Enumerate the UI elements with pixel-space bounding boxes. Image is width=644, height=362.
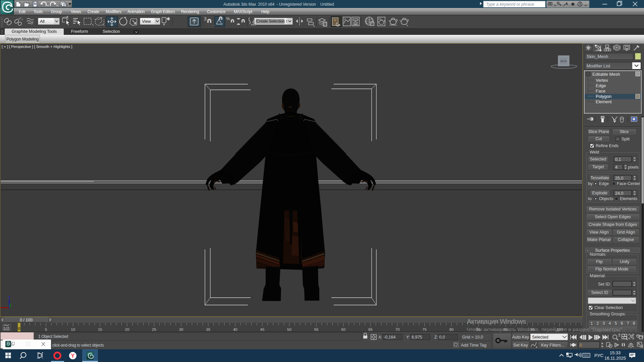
- svg-text:3: 3: [204, 16, 207, 21]
- svg-text:Set ID:: Set ID:: [598, 282, 611, 287]
- svg-text:6,975: 6,975: [412, 335, 422, 340]
- svg-text:65: 65: [368, 327, 373, 331]
- svg-text:by:: by:: [588, 181, 594, 186]
- svg-text:Refine Ends: Refine Ends: [596, 143, 619, 148]
- svg-text:24,0: 24,0: [615, 191, 623, 196]
- svg-text:25: 25: [152, 327, 156, 331]
- svg-text:10: 10: [71, 327, 75, 331]
- svg-text:45: 45: [260, 327, 265, 331]
- svg-text:Edge: Edge: [599, 181, 609, 186]
- svg-text:Type a keyword or phrase: Type a keyword or phrase: [486, 2, 534, 7]
- svg-text:Target: Target: [592, 165, 604, 169]
- svg-text:-: -: [587, 248, 588, 253]
- svg-text:15: 15: [98, 327, 102, 331]
- svg-text:60: 60: [341, 327, 345, 331]
- svg-text:Make Planar: Make Planar: [587, 237, 611, 242]
- svg-text:Split: Split: [622, 137, 630, 141]
- svg-text:Vertex: Vertex: [596, 78, 608, 83]
- svg-text:to:: to:: [588, 196, 593, 201]
- svg-text:40: 40: [233, 327, 237, 331]
- svg-text:80: 80: [449, 327, 454, 331]
- svg-text:0: 0: [580, 343, 582, 348]
- svg-text:Face: Face: [596, 88, 605, 94]
- svg-text:Y:: Y:: [406, 335, 410, 340]
- svg-text:75: 75: [422, 327, 427, 331]
- svg-text:Y: Y: [71, 353, 75, 359]
- svg-text:4: 4: [615, 165, 618, 170]
- svg-text:Clear Selection: Clear Selection: [594, 305, 623, 310]
- svg-text:Flip Normal Mode: Flip Normal Mode: [595, 267, 629, 272]
- svg-text:-0,164: -0,164: [384, 335, 395, 340]
- svg-text:z: z: [8, 295, 10, 299]
- svg-text:Element: Element: [596, 99, 612, 104]
- svg-text:Selected: Selected: [590, 157, 606, 162]
- svg-text:pixels: pixels: [628, 165, 639, 170]
- svg-text:Material:: Material:: [590, 274, 606, 278]
- svg-text:?: ?: [579, 2, 581, 6]
- svg-text:Select Open Edges: Select Open Edges: [595, 215, 631, 219]
- svg-text:25,0: 25,0: [615, 176, 623, 181]
- svg-text:Key Filters...: Key Filters...: [541, 343, 564, 348]
- svg-text:Select ID: Select ID: [591, 290, 608, 295]
- svg-text:Skin_Mesh: Skin_Mesh: [587, 54, 608, 59]
- svg-text:50: 50: [287, 327, 291, 331]
- svg-text:Objects: Objects: [599, 196, 613, 201]
- svg-text:55: 55: [314, 327, 319, 331]
- svg-text:5: 5: [45, 327, 47, 331]
- svg-text:30: 30: [179, 327, 183, 331]
- svg-text:Tessellate: Tessellate: [590, 176, 609, 180]
- svg-text:Smoothing Groups:: Smoothing Groups:: [590, 312, 626, 316]
- svg-text:Explode: Explode: [592, 191, 607, 195]
- svg-text:Set Key: Set Key: [513, 343, 528, 348]
- svg-text:35: 35: [206, 327, 210, 331]
- svg-text:Editable Mesh: Editable Mesh: [592, 72, 620, 77]
- svg-text:Slice Plane: Slice Plane: [588, 129, 609, 134]
- svg-text:1 Object Selected: 1 Object Selected: [38, 334, 68, 339]
- svg-text:Normals:: Normals:: [590, 252, 606, 257]
- svg-text:Create Selection Se: Create Selection Se: [256, 19, 290, 23]
- svg-text:Grid = 10,0: Grid = 10,0: [462, 335, 483, 340]
- svg-text:15:33: 15:33: [610, 350, 621, 355]
- svg-text:Unify: Unify: [620, 259, 630, 264]
- svg-text:Remove Isolated Vertices: Remove Isolated Vertices: [589, 207, 637, 212]
- svg-text:Grid Align: Grid Align: [617, 230, 635, 235]
- svg-text:Modifier List: Modifier List: [587, 63, 610, 68]
- svg-text:Elements: Elements: [620, 196, 637, 201]
- svg-text:Selected: Selected: [532, 335, 548, 340]
- svg-text:Add Time Tag: Add Time Tag: [461, 343, 486, 348]
- svg-text:Weld: Weld: [590, 150, 599, 155]
- svg-text:0: 0: [18, 326, 20, 330]
- svg-text:0,0: 0,0: [439, 335, 445, 340]
- svg-text:y: y: [9, 304, 11, 308]
- svg-text:Collapse: Collapse: [618, 237, 634, 242]
- svg-text:Flip: Flip: [596, 259, 603, 264]
- svg-text:click-and-drag to select objec: click-and-drag to select objects: [52, 343, 104, 348]
- svg-text:BACK: BACK: [560, 60, 567, 62]
- svg-text:All: All: [40, 19, 45, 24]
- svg-text:%: %: [226, 16, 230, 21]
- svg-text:Cut: Cut: [595, 136, 602, 141]
- svg-text:Slice: Slice: [620, 129, 629, 134]
- svg-text:РУС: РУС: [594, 353, 603, 358]
- svg-text:Z:: Z:: [434, 335, 438, 340]
- svg-text:16.11.2025: 16.11.2025: [604, 356, 626, 361]
- svg-text:0 / 100: 0 / 100: [20, 318, 33, 322]
- svg-text:Edge: Edge: [596, 83, 606, 88]
- svg-text:View Align: View Align: [589, 230, 608, 235]
- svg-text:View: View: [142, 19, 151, 24]
- svg-text:X:: X:: [378, 335, 382, 340]
- svg-text:Face-Center: Face-Center: [617, 181, 640, 186]
- svg-text:70: 70: [395, 327, 400, 331]
- svg-text:Auto Key: Auto Key: [512, 335, 529, 340]
- svg-text:0,1: 0,1: [615, 157, 621, 162]
- svg-text:20: 20: [125, 327, 129, 331]
- svg-text:Polygon: Polygon: [596, 94, 611, 99]
- svg-text:Create Shape from Edges: Create Shape from Edges: [589, 222, 637, 227]
